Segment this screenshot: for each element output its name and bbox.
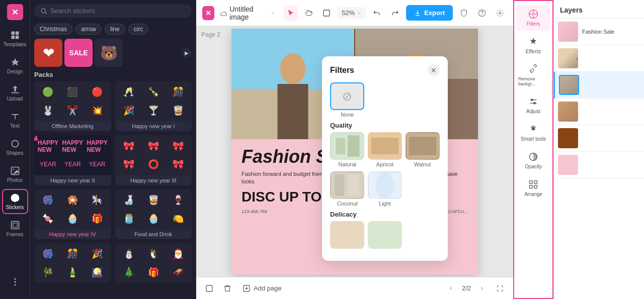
select-tool-btn[interactable] bbox=[284, 5, 298, 21]
filter-natural-thumb bbox=[330, 132, 364, 160]
sidebar-item-shapes[interactable]: Shapes bbox=[2, 135, 28, 160]
pack-label-hny4: Happy new year IV bbox=[34, 229, 111, 239]
frame-icon bbox=[323, 9, 331, 17]
svg-rect-53 bbox=[534, 181, 537, 184]
sidebar-item-design[interactable]: Design bbox=[2, 53, 28, 78]
fullscreen-btn[interactable] bbox=[493, 281, 507, 295]
layer-item-brown-model[interactable] bbox=[554, 98, 644, 125]
filter-none-label: None bbox=[341, 112, 354, 118]
undo-btn[interactable] bbox=[370, 5, 384, 21]
next-page-btn[interactable] bbox=[475, 281, 489, 295]
tag-arrow[interactable]: arrow bbox=[75, 24, 102, 35]
shield-btn[interactable] bbox=[457, 5, 471, 21]
delete-page-btn[interactable] bbox=[220, 281, 234, 295]
redo-btn[interactable] bbox=[388, 5, 402, 21]
sidebar-item-stickers[interactable]: Stickers bbox=[2, 189, 28, 214]
svg-rect-55 bbox=[534, 185, 537, 188]
chevron-down-icon bbox=[270, 10, 275, 16]
shield-icon bbox=[460, 9, 468, 17]
pack-food-and-drink[interactable]: 🍶🥃🍷 🫙🧁🍋 Food and Drink bbox=[115, 189, 192, 239]
main-area: ✕ Untitled image 52% Export bbox=[196, 0, 513, 299]
right-tool-adjust[interactable]: Adjust bbox=[516, 92, 550, 118]
prev-page-btn[interactable] bbox=[444, 281, 458, 295]
export-btn[interactable]: Export bbox=[406, 5, 453, 21]
right-tool-filters[interactable]: Filters bbox=[516, 5, 550, 31]
tag-circle[interactable]: circ bbox=[128, 24, 149, 35]
sidebar-item-text[interactable]: Text bbox=[2, 108, 28, 133]
pack-happy-new-year-1[interactable]: 🥂🍾🎊 🎉🍸🥃 Happy new year I bbox=[115, 81, 192, 131]
help-btn[interactable] bbox=[475, 5, 489, 21]
right-tool-arrange[interactable]: Arrange bbox=[516, 175, 550, 201]
filters-panel: Filters ✕ None Quality Natural bbox=[322, 56, 448, 261]
right-tool-effects[interactable]: Effects bbox=[516, 33, 550, 58]
zoom-control[interactable]: 52% bbox=[338, 7, 366, 19]
zoom-value: 52% bbox=[342, 9, 355, 17]
frame-tool-btn[interactable] bbox=[319, 5, 334, 21]
pack-happy-new-year-4[interactable]: 🎆🎇🎠 🍬🧁🎁 Happy new year IV bbox=[34, 189, 111, 239]
quality-filter-grid: Natural Apricot Walnut bbox=[330, 132, 440, 167]
sidebar-item-templates[interactable]: Templates bbox=[2, 26, 28, 51]
page-label: Page 2 bbox=[201, 31, 220, 38]
filter-walnut-label: Walnut bbox=[414, 161, 431, 167]
sidebar-item-photos[interactable]: Photos bbox=[2, 162, 28, 187]
sidebar-item-more[interactable] bbox=[2, 273, 28, 291]
filter-light[interactable]: Light bbox=[368, 171, 403, 207]
filter-none[interactable]: None bbox=[330, 82, 365, 118]
stickers-nav-right[interactable]: ▶ bbox=[182, 48, 192, 58]
svg-point-37 bbox=[375, 172, 394, 199]
redo-icon bbox=[391, 9, 399, 17]
sticker-bear[interactable]: 🐻 bbox=[95, 39, 123, 67]
sidebar-item-upload[interactable]: Upload bbox=[2, 80, 28, 106]
sidebar-item-frames[interactable]: Frames bbox=[2, 216, 28, 241]
layer-item-pink-bg[interactable] bbox=[554, 152, 644, 178]
sticker-sale[interactable]: SALE bbox=[64, 39, 93, 67]
pack-label-offline: Offline Marketing bbox=[34, 121, 111, 131]
tag-line[interactable]: line bbox=[105, 24, 125, 35]
search-input[interactable] bbox=[50, 7, 186, 15]
svg-point-12 bbox=[41, 9, 45, 13]
packs-grid-2: 🎆🎊🎉 🎋🎍🎑 ⛄🐧🎅 🎄🎁🛷 bbox=[34, 243, 192, 283]
filter-apricot[interactable]: Apricot bbox=[368, 132, 403, 167]
page-indicator: 2/2 bbox=[462, 284, 471, 292]
filter-delicacy-2-thumb bbox=[368, 221, 402, 249]
pack-happy-new-year-2[interactable]: HAPPYNEW HAPPYNEW HAPPYNEW YEAR YEAR YEA… bbox=[34, 135, 111, 185]
sidebar-item-upload-label: Upload bbox=[7, 96, 23, 102]
filter-natural[interactable]: Natural bbox=[330, 132, 365, 167]
right-tool-opacity[interactable]: Opacity bbox=[516, 148, 550, 173]
packs-title: Packs bbox=[34, 71, 192, 78]
page-options-btn[interactable] bbox=[202, 281, 216, 295]
right-tool-remove-bg[interactable]: Remove backgr... bbox=[516, 60, 550, 90]
svg-point-48 bbox=[531, 99, 533, 101]
pack-happy-new-year-3[interactable]: 🎀🎀🎀 🎀⭕🎀 Happy new year III bbox=[115, 135, 192, 185]
layer-thumb-fashion-sale bbox=[558, 22, 578, 42]
pack-row2-1[interactable]: 🎆🎊🎉 🎋🎍🎑 bbox=[34, 243, 111, 283]
pack-offline-marketing[interactable]: 🟢⬛🔴 🐰✂️💥 Offline Marketing bbox=[34, 81, 111, 131]
layer-item-fashion-sale[interactable]: Fashion Sale bbox=[554, 19, 644, 45]
pack-row2-2[interactable]: ⛄🐧🎅 🎄🎁🛷 bbox=[115, 243, 192, 283]
hand-icon bbox=[305, 9, 313, 17]
svg-point-16 bbox=[482, 15, 482, 15]
hand-tool-btn[interactable] bbox=[302, 5, 316, 21]
layer-item-brown-rect[interactable] bbox=[554, 125, 644, 152]
file-name[interactable]: Untitled image bbox=[220, 5, 275, 21]
tags-row: Christmas arrow line circ bbox=[30, 22, 196, 39]
sidebar-item-stickers-label: Stickers bbox=[6, 205, 24, 210]
stickers-panel: Christmas arrow line circ ❤ SALE 🐻 ▶ Pac… bbox=[30, 0, 196, 299]
filter-delicacy-1[interactable] bbox=[330, 221, 365, 249]
layer-item-model2[interactable] bbox=[554, 72, 644, 98]
tag-christmas[interactable]: Christmas bbox=[34, 24, 72, 35]
layer-item-model1[interactable]: ◀ bbox=[554, 45, 644, 72]
export-icon bbox=[414, 10, 421, 17]
filter-walnut[interactable]: Walnut bbox=[405, 132, 440, 167]
settings-btn[interactable] bbox=[493, 5, 507, 21]
right-tool-smart[interactable]: Smart tools bbox=[516, 120, 550, 146]
filter-delicacy-2[interactable] bbox=[368, 221, 403, 249]
search-bar[interactable] bbox=[34, 4, 192, 18]
filters-close-btn[interactable]: ✕ bbox=[428, 64, 440, 76]
svg-line-13 bbox=[45, 12, 47, 14]
filter-coconut[interactable]: Coconut bbox=[330, 171, 365, 207]
pack-preview-hny1: 🥂🍾🎊 🎉🍸🥃 bbox=[115, 81, 192, 121]
pack-preview-row2-2: ⛄🐧🎅 🎄🎁🛷 bbox=[115, 243, 192, 283]
add-page-btn[interactable]: Add page bbox=[238, 282, 286, 294]
sticker-heart[interactable]: ❤ bbox=[34, 39, 62, 67]
